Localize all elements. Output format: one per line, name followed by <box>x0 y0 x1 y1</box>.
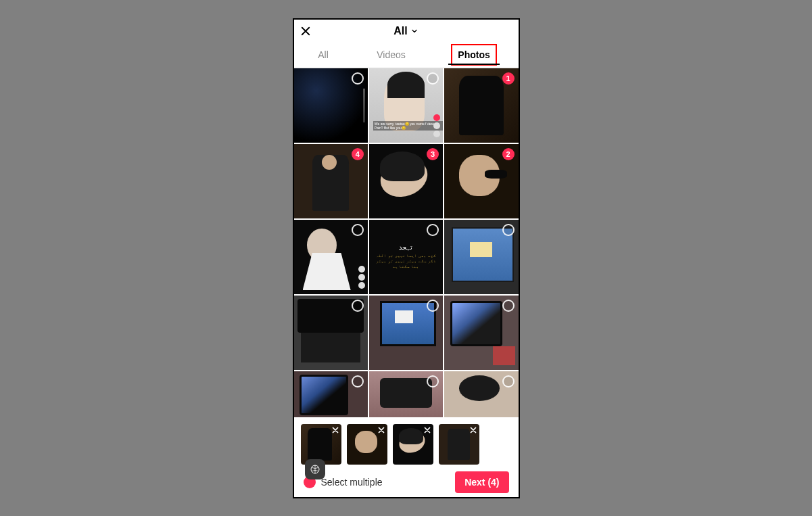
select-badge[interactable]: 2 <box>502 148 515 160</box>
select-circle[interactable] <box>502 300 515 312</box>
brain-icon <box>310 464 320 475</box>
remove-selection-button[interactable] <box>377 425 386 435</box>
select-circle[interactable] <box>427 72 439 85</box>
photo-thumbnail[interactable]: 2 <box>444 144 518 218</box>
header-title-text: All <box>393 25 407 37</box>
close-icon <box>377 425 386 435</box>
select-circle[interactable] <box>352 72 364 85</box>
photo-thumbnail[interactable]: We are sorry, taetae😔 you come f deserve… <box>369 68 443 143</box>
select-circle[interactable] <box>352 224 364 236</box>
selected-thumbnail[interactable] <box>347 424 387 465</box>
thumbnail-text-body: کچھ بھی ایسا نہیں جو اللہ ذکر سکے بہتر ن… <box>372 254 440 269</box>
select-badge[interactable]: 3 <box>427 148 439 160</box>
photo-thumbnail[interactable] <box>444 371 518 417</box>
photo-thumbnail[interactable] <box>294 220 368 294</box>
assistant-overlay-button[interactable] <box>305 459 325 479</box>
select-circle[interactable] <box>427 300 439 312</box>
select-circle[interactable] <box>502 224 515 236</box>
photo-grid[interactable]: We are sorry, taetae😔 you come f deserve… <box>294 68 519 419</box>
photo-thumbnail[interactable]: تہجد کچھ بھی ایسا نہیں جو اللہ ذکر سکے ب… <box>369 220 443 294</box>
next-button[interactable]: Next (4) <box>455 471 508 493</box>
thumbnail-detail <box>322 257 328 287</box>
photo-thumbnail[interactable] <box>369 371 443 417</box>
remove-selection-button[interactable] <box>469 425 478 435</box>
select-badge[interactable]: 1 <box>502 72 515 85</box>
album-selector[interactable]: All <box>393 25 418 37</box>
photo-thumbnail[interactable] <box>444 296 518 370</box>
select-circle[interactable] <box>502 375 515 388</box>
select-badge[interactable]: 4 <box>352 148 364 160</box>
select-circle[interactable] <box>352 300 364 312</box>
selected-tray <box>294 419 519 467</box>
close-button[interactable] <box>300 25 312 37</box>
photo-thumbnail[interactable] <box>369 296 443 370</box>
photo-thumbnail[interactable]: 1 <box>444 68 518 143</box>
tiktok-side-icons <box>357 264 366 290</box>
phone-frame: All All Videos Photos We are sorry, taet… <box>293 18 520 498</box>
media-tabs: All Videos Photos <box>294 43 519 68</box>
photo-thumbnail[interactable] <box>294 371 368 417</box>
tab-photos[interactable]: Photos <box>451 44 496 66</box>
remove-selection-button[interactable] <box>331 425 340 435</box>
selected-thumbnail[interactable] <box>439 424 479 465</box>
selected-thumbnail[interactable] <box>301 424 341 465</box>
tiktok-side-icons <box>432 113 441 139</box>
select-circle[interactable] <box>427 224 439 236</box>
chevron-down-icon <box>410 27 419 35</box>
photo-thumbnail[interactable] <box>294 296 368 370</box>
select-circle[interactable] <box>352 375 364 388</box>
close-icon <box>331 425 340 435</box>
remove-selection-button[interactable] <box>423 425 432 435</box>
select-multiple-label: Select multiple <box>321 477 383 488</box>
close-icon <box>469 425 478 435</box>
thumbnail-text-top: تہجد <box>399 243 412 251</box>
footer: Select multiple Next (4) <box>294 467 519 497</box>
close-icon <box>300 25 312 37</box>
tab-all[interactable]: All <box>315 44 331 66</box>
close-icon <box>423 425 432 435</box>
photo-thumbnail[interactable] <box>444 220 518 294</box>
photo-thumbnail[interactable]: 3 <box>369 144 443 218</box>
selected-thumbnail[interactable] <box>393 424 433 465</box>
photo-thumbnail[interactable]: 4 <box>294 144 368 218</box>
select-circle[interactable] <box>427 375 439 388</box>
tab-videos[interactable]: Videos <box>374 44 408 66</box>
header: All <box>294 20 519 43</box>
photo-thumbnail[interactable] <box>294 68 368 143</box>
